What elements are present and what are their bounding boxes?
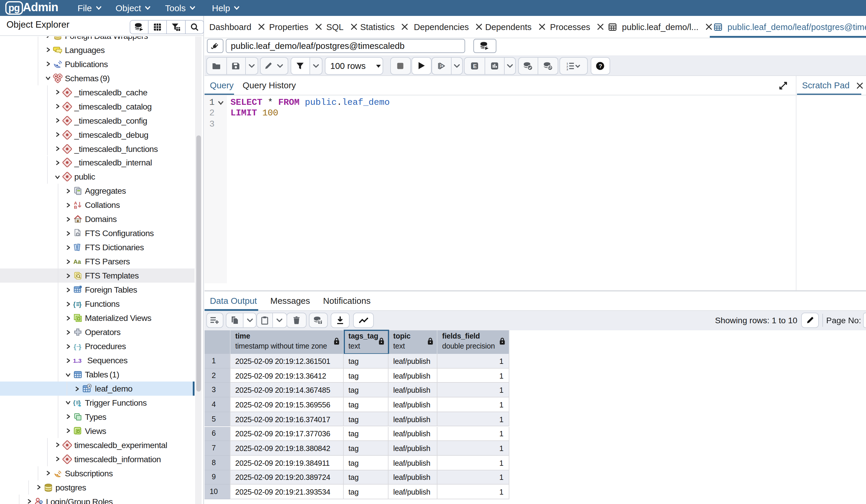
svg-text:{: { (73, 400, 76, 406)
svg-text:Aa: Aa (74, 259, 81, 265)
svg-text:2: 2 (567, 65, 568, 68)
svg-text:{: { (73, 300, 76, 308)
svg-text:B: B (74, 205, 77, 210)
svg-text:1: 1 (440, 64, 442, 69)
svg-text:3: 3 (567, 68, 568, 71)
svg-text:E: E (473, 63, 477, 69)
svg-text:}: } (79, 300, 82, 308)
svg-text:{: { (74, 343, 76, 350)
svg-text:?: ? (599, 63, 602, 69)
svg-text:1..3: 1..3 (73, 358, 81, 364)
svg-text:1: 1 (567, 62, 568, 65)
